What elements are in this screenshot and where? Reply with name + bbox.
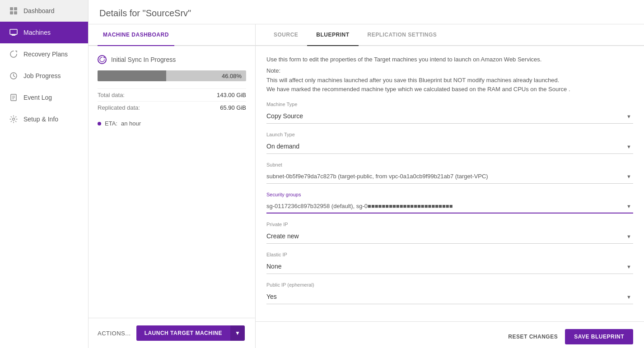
- panel-footer: ACTIONS... LAUNCH TARGET MACHINE ▼: [89, 318, 255, 348]
- page-title: Details for "SourceSrv": [99, 8, 633, 19]
- content-area: MACHINE DASHBOARD Initial Sync In Progre…: [89, 24, 644, 348]
- svg-point-12: [13, 118, 15, 121]
- svg-rect-3: [14, 11, 17, 14]
- progress-bar-fill: [98, 70, 166, 81]
- sidebar-item-label: Dashboard: [23, 7, 55, 14]
- svg-rect-2: [10, 11, 13, 14]
- replicated-data-row: Replicated data: 65.90 GiB: [98, 101, 246, 114]
- save-blueprint-button[interactable]: SAVE BLUEPRINT: [565, 329, 633, 344]
- svg-rect-4: [10, 29, 17, 34]
- field-launch-type: Launch Type On demand: [266, 132, 633, 154]
- label-launch-type: Launch Type: [266, 132, 633, 137]
- launch-button-group: LAUNCH TARGET MACHINE ▼: [136, 325, 245, 341]
- total-data-label: Total data:: [98, 92, 125, 98]
- label-elastic-ip: Elastic IP: [266, 252, 633, 257]
- field-subnet: Subnet subnet-0b5f9e79da7c827b (target-p…: [266, 162, 633, 184]
- job-icon: [9, 71, 18, 80]
- right-panel: SOURCE BLUEPRINT REPLICATION SETTINGS Us…: [256, 24, 644, 348]
- select-wrap-private-ip: Create new: [266, 229, 633, 244]
- sidebar-item-label: Machines: [23, 29, 51, 36]
- replicated-data-label: Replicated data:: [98, 104, 140, 111]
- sidebar-item-label: Recovery Plans: [23, 51, 68, 58]
- reset-changes-button[interactable]: RESET CHANGES: [508, 334, 558, 340]
- launch-target-machine-button[interactable]: LAUNCH TARGET MACHINE: [136, 325, 230, 341]
- sidebar-item-dashboard[interactable]: Dashboard: [0, 0, 88, 22]
- select-subnet[interactable]: subnet-0b5f9e79da7c827b (target-public, …: [266, 169, 633, 184]
- sidebar-item-event-log[interactable]: Event Log: [0, 87, 88, 108]
- svg-rect-1: [14, 7, 17, 10]
- panel-body: Initial Sync In Progress 46.08% Total da…: [89, 46, 255, 318]
- sidebar-item-setup-info[interactable]: Setup & Info: [0, 108, 88, 130]
- sidebar-item-label: Setup & Info: [23, 116, 58, 123]
- label-subnet: Subnet: [266, 162, 633, 167]
- eta-value: an hour: [121, 120, 141, 127]
- eta-dot: [98, 122, 101, 125]
- right-footer: RESET CHANGES SAVE BLUEPRINT: [256, 321, 644, 348]
- tab-blueprint[interactable]: BLUEPRINT: [307, 24, 358, 46]
- select-machine-type[interactable]: Copy Source: [266, 109, 633, 124]
- tab-machine-dashboard[interactable]: MACHINE DASHBOARD: [98, 24, 174, 46]
- sidebar-item-label: Event Log: [23, 94, 52, 101]
- launch-dropdown-caret[interactable]: ▼: [230, 325, 245, 341]
- svg-rect-0: [10, 7, 13, 10]
- sync-icon: [98, 55, 107, 64]
- sidebar-item-job-progress[interactable]: Job Progress: [0, 65, 88, 87]
- sync-status-header: Initial Sync In Progress: [98, 55, 246, 64]
- label-machine-type: Machine Type: [266, 102, 633, 107]
- sidebar: Dashboard Machines Recovery Plans J: [0, 0, 89, 348]
- field-private-ip: Private IP Create new: [266, 222, 633, 244]
- field-machine-type: Machine Type Copy Source: [266, 102, 633, 124]
- select-wrap-subnet: subnet-0b5f9e79da7c827b (target-public, …: [266, 169, 633, 184]
- total-data-row: Total data: 143.00 GiB: [98, 88, 246, 101]
- info-text: Use this form to edit the properties of …: [266, 55, 633, 65]
- left-panel: MACHINE DASHBOARD Initial Sync In Progre…: [89, 24, 256, 348]
- sidebar-item-machines[interactable]: Machines: [0, 22, 88, 43]
- sidebar-item-recovery-plans[interactable]: Recovery Plans: [0, 43, 88, 65]
- page-header: Details for "SourceSrv": [89, 0, 644, 24]
- select-wrap-machine-type: Copy Source: [266, 109, 633, 124]
- select-wrap-elastic-ip: None: [266, 259, 633, 274]
- select-elastic-ip[interactable]: None: [266, 259, 633, 274]
- event-log-icon: [9, 93, 18, 102]
- recovery-plans-icon: [9, 50, 18, 59]
- grid-icon: [9, 6, 18, 15]
- field-elastic-ip: Elastic IP None: [266, 252, 633, 274]
- right-tabs: SOURCE BLUEPRINT REPLICATION SETTINGS: [256, 24, 644, 46]
- select-launch-type[interactable]: On demand: [266, 139, 633, 154]
- select-security-groups[interactable]: sg-0117236c897b32958 (default), sg-0■■■■…: [266, 199, 633, 213]
- select-private-ip[interactable]: Create new: [266, 229, 633, 244]
- field-security-groups: Security groups sg-0117236c897b32958 (de…: [266, 192, 633, 213]
- label-security-groups: Security groups: [266, 192, 633, 197]
- panel-tabs: MACHINE DASHBOARD: [89, 24, 255, 46]
- progress-label: 46.08%: [222, 73, 242, 79]
- tab-source[interactable]: SOURCE: [265, 24, 307, 46]
- setup-icon: [9, 115, 18, 124]
- eta-label: ETA:: [105, 120, 117, 127]
- right-body: Use this form to edit the properties of …: [256, 46, 644, 321]
- field-public-ip: Public IP (ephemeral) Yes: [266, 282, 633, 304]
- select-public-ip[interactable]: Yes: [266, 289, 633, 304]
- tab-replication-settings[interactable]: REPLICATION SETTINGS: [359, 24, 446, 46]
- sidebar-item-label: Job Progress: [23, 72, 61, 79]
- main-content: Details for "SourceSrv" MACHINE DASHBOAR…: [89, 0, 644, 348]
- select-wrap-security-groups: sg-0117236c897b32958 (default), sg-0■■■■…: [266, 199, 633, 213]
- actions-button[interactable]: ACTIONS...: [98, 330, 131, 337]
- label-private-ip: Private IP: [266, 222, 633, 227]
- note-text: Note: This will affect only machines lau…: [266, 66, 633, 94]
- sync-label: Initial Sync In Progress: [111, 56, 176, 63]
- progress-bar: 46.08%: [98, 70, 246, 81]
- label-public-ip: Public IP (ephemeral): [266, 282, 633, 288]
- eta-row: ETA: an hour: [98, 120, 246, 127]
- select-wrap-launch-type: On demand: [266, 139, 633, 154]
- select-wrap-public-ip: Yes: [266, 289, 633, 304]
- total-data-value: 143.00 GiB: [217, 92, 246, 98]
- machines-icon: [9, 28, 18, 37]
- replicated-data-value: 65.90 GiB: [220, 104, 246, 111]
